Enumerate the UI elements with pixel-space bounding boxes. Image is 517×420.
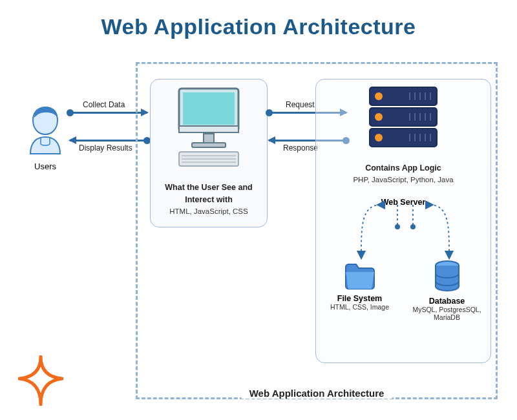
computer-monitor-icon bbox=[164, 83, 254, 174]
svg-rect-4 bbox=[192, 143, 226, 147]
svg-rect-2 bbox=[179, 126, 238, 132]
svg-point-30 bbox=[395, 224, 400, 229]
frontend-caption: What the User See and Interect with bbox=[151, 182, 267, 206]
database-block: Database MySQL, PostgresSQL, MariaDB bbox=[403, 259, 491, 321]
arrow-label-collect: Collect Data bbox=[83, 100, 125, 109]
frontend-sub: HTML, JavaScript, CSS bbox=[151, 207, 267, 215]
svg-rect-1 bbox=[183, 92, 235, 125]
arrow-label-request: Request bbox=[286, 100, 315, 109]
users-label: Users bbox=[13, 162, 78, 171]
arrow-label-display: Display Results bbox=[79, 143, 132, 152]
frontend-panel: What the User See and Interect with HTML… bbox=[150, 79, 268, 227]
backend-logic-caption: Contains App Logic bbox=[316, 162, 491, 174]
svg-point-12 bbox=[375, 92, 383, 100]
folder-icon bbox=[342, 259, 378, 291]
svg-point-13 bbox=[375, 113, 383, 121]
database-sub: MySQL, PostgresSQL, MariaDB bbox=[403, 306, 491, 321]
filesystem-sub: HTML, CSS, Image bbox=[316, 303, 403, 311]
brand-logo-icon bbox=[18, 355, 63, 406]
file-system-block: File System HTML, CSS, Image bbox=[316, 259, 403, 321]
backend-logic-sub: PHP, JavaScript, Python, Java bbox=[316, 176, 491, 184]
arrow-label-response: Response bbox=[283, 143, 318, 152]
svg-point-31 bbox=[410, 224, 416, 229]
svg-point-14 bbox=[375, 134, 383, 142]
architecture-boundary-label: Web Application Architecture bbox=[242, 388, 392, 399]
database-icon bbox=[429, 259, 465, 294]
filesystem-title: File System bbox=[316, 294, 403, 303]
user-icon bbox=[23, 103, 68, 155]
svg-rect-3 bbox=[204, 134, 214, 143]
backend-panel: Contains App Logic PHP, JavaScript, Pyth… bbox=[315, 79, 491, 363]
diagram-title: Web Application Architecture bbox=[0, 0, 517, 39]
server-stack-icon bbox=[358, 83, 448, 154]
frontend-caption-l1: What the User See and bbox=[165, 183, 252, 192]
database-title: Database bbox=[403, 297, 491, 306]
frontend-caption-l2: Interect with bbox=[185, 195, 233, 204]
